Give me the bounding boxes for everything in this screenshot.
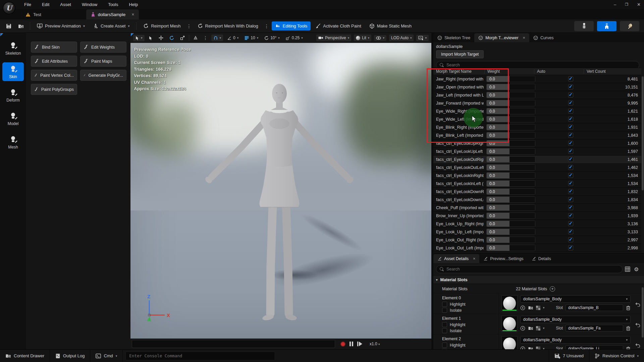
weight-value[interactable]: 0.0 [487, 213, 509, 219]
weight-value[interactable]: 0.0 [487, 173, 509, 178]
snap-translate-button[interactable]: 0▾ [225, 35, 240, 41]
reset-to-default-button[interactable] [633, 336, 642, 349]
skin-tool-button[interactable]: Generate PolyGr... [80, 70, 126, 81]
weight-track[interactable] [509, 84, 535, 90]
menu-item[interactable]: File [20, 1, 35, 8]
material-slots-section-header[interactable]: ▾ Material Slots [433, 276, 644, 284]
panel-tab[interactable]: Details [528, 254, 555, 263]
viewport[interactable]: ▾ ⋮ ▾ 0▾ [130, 33, 431, 349]
auto-checkbox[interactable] [568, 109, 573, 114]
auto-checkbox[interactable] [568, 197, 573, 202]
morph-name[interactable]: Eye_Look_Up_Left (Import [433, 230, 484, 234]
maximize-button[interactable]: ❐ [625, 2, 628, 7]
browse-icon[interactable] [528, 346, 533, 349]
gear-icon[interactable]: ⚙ [634, 266, 639, 273]
weight-spinbox[interactable]: 0.0 [486, 229, 535, 235]
slot-name-input[interactable]: dollarsSample_Fa [566, 325, 623, 331]
show-flags-dropdown[interactable]: ▾ [374, 35, 386, 41]
material-dropdown[interactable]: dollarsSample_Body▾ [520, 316, 631, 323]
mode-rail-item[interactable]: Skin [2, 62, 24, 81]
morph-name[interactable]: facs_ctrl_EyeLookInLeft (I [433, 181, 484, 186]
scale-snap-button[interactable]: 0.25▾ [284, 35, 305, 41]
use-selected-icon[interactable] [520, 346, 525, 350]
weight-value[interactable]: 0.0 [487, 165, 509, 170]
skin-tool-button[interactable]: Bind Skin [31, 42, 77, 53]
screenshot-dropdown[interactable]: ▾ [416, 35, 429, 41]
morph-name[interactable]: facs_ctrl_EyeLookDownRi [433, 189, 484, 194]
minimize-button[interactable]: – [614, 2, 616, 7]
asset-tab[interactable]: dollarsSample × [86, 9, 139, 19]
console-command-input[interactable] [129, 353, 271, 358]
weight-value[interactable]: 0.0 [487, 221, 509, 227]
weight-spinbox[interactable]: 0.0 [486, 156, 535, 163]
weight-spinbox[interactable]: 0.0 [486, 164, 535, 171]
skeleton-mode-button[interactable] [574, 21, 594, 31]
morph-target-row[interactable]: Cheek_Puff (Imported with 0.0 3,988 [433, 204, 641, 212]
morph-target-row[interactable]: facs_ctrl_EyeLookInRight ( 0.0 1,534 [433, 172, 641, 180]
isolate-checkbox[interactable] [442, 308, 447, 313]
auto-checkbox[interactable] [568, 101, 573, 106]
slot-name-input[interactable]: dollarsSample_B [566, 304, 623, 311]
auto-checkbox[interactable] [568, 213, 573, 218]
weight-track[interactable] [509, 205, 535, 210]
panel-tab[interactable]: Skeleton Tree [433, 33, 474, 42]
material-dropdown[interactable]: dollarsSample_Body▾ [520, 295, 631, 303]
weight-value[interactable]: 0.0 [487, 205, 509, 210]
morph-name[interactable]: Eye_Look_Out_Left (Impor [433, 246, 484, 250]
make-static-mesh-button[interactable]: Make Static Mesh [366, 21, 415, 31]
activate-cloth-paint-button[interactable]: Activate Cloth Paint [312, 21, 364, 31]
morph-name[interactable]: Cheek_Puff (Imported with [433, 205, 484, 210]
grid-snap-button[interactable]: 10▾ [243, 35, 260, 41]
morph-name[interactable]: facs_ctrl_EyeLookOutLeft [433, 165, 484, 170]
weight-track[interactable] [509, 165, 535, 170]
skeletal-mesh-mode-button[interactable] [597, 21, 616, 31]
scale-tool-button[interactable] [178, 35, 187, 41]
checker-icon[interactable] [536, 326, 540, 330]
reset-to-default-button[interactable] [633, 316, 642, 334]
weight-track[interactable] [509, 197, 535, 202]
menu-item[interactable]: Tools [104, 1, 122, 8]
weight-track[interactable] [509, 173, 535, 178]
trash-icon[interactable] [626, 305, 631, 310]
highlight-checkbox[interactable] [442, 343, 447, 348]
preview-animation-button[interactable]: Preview Animation▾ [34, 21, 88, 31]
lit-mode-dropdown[interactable]: Lit▾ [354, 35, 371, 41]
auto-checkbox[interactable] [568, 141, 573, 146]
morph-name[interactable]: facs_ctrl_EyeLookDownLe [433, 197, 484, 202]
auto-checkbox[interactable] [568, 117, 573, 122]
mode-rail-item[interactable]: Deform [2, 86, 24, 105]
output-log-button[interactable]: Output Log [50, 350, 90, 362]
close-button[interactable]: ✕ [637, 2, 641, 7]
checker-icon[interactable] [536, 347, 540, 350]
auto-checkbox[interactable] [568, 181, 573, 186]
weight-spinbox[interactable]: 0.0 [486, 196, 535, 203]
details-search-input[interactable] [446, 267, 608, 272]
camera-pivot-button[interactable] [191, 35, 200, 41]
skin-tool-button[interactable]: Paint Vertex Col... [31, 70, 77, 81]
weight-value[interactable]: 0.0 [487, 197, 509, 202]
add-material-slot-button[interactable]: + [550, 286, 555, 292]
step-forward-button[interactable] [357, 342, 362, 346]
weight-value[interactable]: 0.0 [487, 245, 509, 251]
reimport-dialog-options-kebab[interactable]: ⋮ [263, 23, 270, 29]
weight-track[interactable] [509, 148, 535, 154]
auto-checkbox[interactable] [568, 237, 573, 242]
weight-track[interactable] [509, 108, 535, 114]
morph-name[interactable]: Eye_Look_Up_Right (Impo [433, 222, 484, 226]
morph-name[interactable]: facs_ctrl_EyeLookUpLeft ( [433, 149, 484, 154]
morph-target-row[interactable]: Eye_Look_Up_Right (Impo 0.0 3,136 [433, 220, 641, 228]
auto-checkbox[interactable] [568, 157, 573, 162]
morph-target-row[interactable]: Brow_Inner_Up (Imported 0.0 1,939 [433, 212, 641, 220]
skin-tool-button[interactable]: Paint PolyGroups [31, 84, 77, 95]
reimport-mesh-button[interactable]: Reimport Mesh [140, 21, 184, 31]
tab-close-icon[interactable]: × [523, 36, 525, 40]
mode-rail-item[interactable]: Mesh [2, 133, 24, 152]
weight-value[interactable]: 0.0 [487, 229, 509, 235]
weight-value[interactable]: 0.0 [487, 237, 509, 243]
checker-dropdown-arrow[interactable]: ▾ [543, 347, 545, 349]
highlight-checkbox[interactable] [442, 302, 447, 307]
weight-track[interactable] [509, 76, 535, 82]
reimport-mesh-with-dialog-button[interactable]: Reimport Mesh With Dialog [194, 21, 262, 31]
auto-checkbox[interactable] [568, 189, 573, 194]
morph-target-row[interactable]: facs_ctrl_EyeLookUpLeft ( 0.0 1,597 [433, 147, 641, 156]
